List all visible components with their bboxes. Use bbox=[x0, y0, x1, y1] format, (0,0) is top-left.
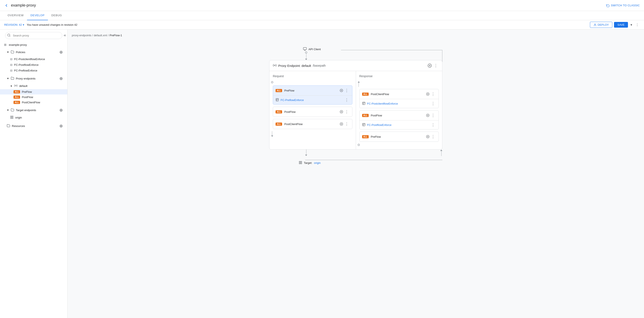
fc-preflowenforce-link[interactable]: FC-PreflowEnforce bbox=[280, 99, 304, 102]
more-options-button[interactable]: ⋮ bbox=[635, 22, 640, 28]
target-section: Target: origin bbox=[269, 161, 442, 165]
svg-rect-36 bbox=[362, 123, 365, 126]
flow-block-req-postclientflow-header: ALL PostClientFlow bbox=[273, 119, 352, 129]
v-line-segment bbox=[306, 54, 306, 59]
flow-block-req-postflow-header: ALL PostFlow bbox=[273, 107, 352, 117]
h-line-bottom bbox=[305, 160, 442, 160]
svg-rect-43 bbox=[301, 161, 302, 162]
sidebar-section-proxy-endpoints[interactable]: ▼ Proxy endpoints ⊕ bbox=[0, 74, 67, 83]
sidebar-item-preflow[interactable]: ALL PreFlow bbox=[0, 89, 67, 94]
flow-block-req-preflow-header: ALL PreFlow bbox=[273, 86, 352, 95]
tab-overview[interactable]: OVERVIEW bbox=[4, 11, 27, 20]
sidebar-item-fc-postclientflow[interactable]: ⊟ FC-PostclientflowEnforce bbox=[0, 56, 67, 62]
sidebar-section-resources[interactable]: Resources ⊕ bbox=[0, 122, 67, 130]
flow-block-res-postclientflow-header: ALL PostClientFlow bbox=[360, 89, 439, 99]
req-postclientflow-more-button[interactable]: ⋮ bbox=[344, 121, 350, 127]
sidebar-item-proxy[interactable]: ⊞ example-proxy bbox=[0, 41, 67, 48]
add-policy-to-res-postflow-button[interactable] bbox=[426, 113, 430, 118]
fc-preflow-more-button[interactable]: ⋮ bbox=[344, 97, 350, 103]
add-resource-button[interactable]: ⊕ bbox=[58, 123, 64, 129]
settings-icon bbox=[14, 84, 18, 88]
svg-rect-44 bbox=[301, 163, 302, 164]
add-proxy-endpoint-button[interactable]: ⊕ bbox=[58, 75, 64, 81]
target-endpoints-section-left: ▼ Target endpoints bbox=[7, 108, 36, 112]
all-badge-res-postclientflow: ALL bbox=[362, 93, 369, 96]
res-postclientflow-more-button[interactable]: ⋮ bbox=[430, 91, 436, 97]
sidebar-item-origin[interactable]: origin bbox=[0, 114, 67, 121]
req-postflow-title: PostFlow bbox=[284, 110, 296, 114]
policy-row-fc-postclientflow-left: FC-PostclientflowEnforce bbox=[362, 102, 398, 106]
res-preflow-more-button[interactable]: ⋮ bbox=[430, 134, 436, 139]
fc-postflow-more-button[interactable]: ⋮ bbox=[430, 122, 436, 128]
svg-rect-5 bbox=[12, 116, 13, 117]
arrow-down-req bbox=[271, 135, 273, 137]
flow-block-req-postflow-left: ALL PostFlow bbox=[276, 110, 296, 114]
arrow-up-res bbox=[358, 81, 360, 83]
add-policy-to-preflow-button[interactable] bbox=[339, 88, 344, 93]
sidebar-section-policies[interactable]: ▼ Policies ⊕ bbox=[0, 48, 67, 56]
bottom-left-connector bbox=[305, 150, 307, 156]
collapse-sidebar-button[interactable] bbox=[62, 33, 68, 39]
sidebar-item-fc-preflow[interactable]: ⊟ FC-PreflowEnforce bbox=[0, 68, 67, 73]
proxy-endpoint-header: Proxy Endpoint: default /basepath ⋮ bbox=[270, 60, 442, 71]
deploy-label: DEPLOY bbox=[598, 23, 609, 26]
svg-rect-8 bbox=[304, 47, 306, 50]
arrow-down-top bbox=[305, 59, 307, 60]
policy-row-fc-postflow: FC-PostflowEnforce ⋮ bbox=[360, 120, 439, 129]
request-top-dot bbox=[271, 81, 352, 83]
sidebar-section-target-endpoints[interactable]: ▼ Target endpoints ⊕ bbox=[0, 106, 67, 114]
add-flow-button[interactable] bbox=[427, 63, 432, 68]
flow-block-res-postflow-header: ALL PostFlow bbox=[360, 111, 439, 120]
all-badge-preflow: ALL bbox=[14, 90, 20, 93]
search-input[interactable] bbox=[5, 32, 62, 39]
policy-label-2: FC-PreflowEnforce bbox=[14, 69, 37, 72]
connector-dot-top bbox=[305, 51, 307, 54]
preflow-label: PreFlow bbox=[22, 90, 32, 93]
deploy-button[interactable]: DEPLOY bbox=[590, 22, 612, 28]
add-policy-to-postflow-button[interactable] bbox=[339, 110, 344, 114]
add-policy-button[interactable]: ⊕ bbox=[58, 49, 64, 55]
preflow-more-button[interactable]: ⋮ bbox=[344, 88, 350, 93]
revision-bar: REVISION: 42 ▾ You have unsaved changes … bbox=[0, 20, 644, 29]
svg-rect-45 bbox=[299, 163, 300, 164]
proxy-endpoint-box: Proxy Endpoint: default /basepath ⋮ bbox=[269, 60, 442, 150]
chevron-down-icon: ▼ bbox=[10, 85, 12, 87]
fc-postflowenforce-link[interactable]: FC-PostflowEnforce bbox=[367, 123, 392, 127]
tab-develop[interactable]: DEVELOP bbox=[27, 11, 48, 20]
add-target-endpoint-button[interactable]: ⊕ bbox=[58, 107, 64, 113]
request-bottom-arrow bbox=[271, 131, 352, 137]
v-line-bottom-left bbox=[306, 150, 306, 155]
add-policy-to-res-preflow-button[interactable] bbox=[426, 135, 430, 139]
all-badge-req-preflow: ALL bbox=[276, 89, 282, 92]
revision-badge[interactable]: REVISION: 42 ▾ bbox=[4, 23, 24, 26]
h-line-top bbox=[341, 50, 442, 50]
sidebar-section-default[interactable]: ▼ default bbox=[0, 83, 67, 89]
sidebar-item-postclientflow[interactable]: ALL PostClientFlow bbox=[0, 100, 67, 105]
sidebar-item-postflow[interactable]: ALL PostFlow bbox=[0, 94, 67, 100]
proxy-endpoint-actions: ⋮ bbox=[427, 63, 439, 68]
add-policy-to-req-postclientflow-button[interactable] bbox=[339, 122, 344, 126]
fc-postclientflowenforce-link[interactable]: FC-PostclientflowEnforce bbox=[367, 102, 398, 105]
fc-postclientflow-more-button[interactable]: ⋮ bbox=[430, 101, 436, 106]
postflow-more-button[interactable]: ⋮ bbox=[344, 109, 350, 115]
endpoint-more-button[interactable]: ⋮ bbox=[433, 63, 439, 68]
revision-bar-left: REVISION: 42 ▾ You have unsaved changes … bbox=[4, 23, 77, 26]
save-button[interactable]: SAVE bbox=[614, 22, 628, 28]
svg-point-3 bbox=[16, 85, 16, 86]
add-policy-to-res-postclientflow-button[interactable] bbox=[426, 92, 430, 96]
flow-block-req-preflow-actions: ⋮ bbox=[339, 88, 350, 93]
proxy-label: example-proxy bbox=[9, 43, 27, 46]
switch-classic-button[interactable]: SWITCH TO CLASSIC bbox=[606, 4, 640, 7]
save-dropdown-button[interactable]: ▾ bbox=[630, 22, 633, 28]
target-origin-link[interactable]: origin bbox=[314, 161, 321, 164]
flow-block-res-postflow: ALL PostFlow bbox=[359, 110, 439, 130]
tab-debug[interactable]: DEBUG bbox=[48, 11, 65, 20]
back-button[interactable] bbox=[4, 3, 8, 7]
grid-icon bbox=[10, 116, 14, 120]
svg-rect-4 bbox=[10, 116, 12, 117]
breadcrumb-part-1: default.xml bbox=[94, 34, 107, 37]
res-preflow-title: PreFlow bbox=[371, 135, 381, 138]
sidebar-item-fc-postflow[interactable]: ⊟ FC-PostflowEnforce bbox=[0, 62, 67, 68]
main-layout: ⊞ example-proxy ▼ Policies ⊕ ⊟ FC-Postcl… bbox=[0, 29, 644, 318]
res-postflow-more-button[interactable]: ⋮ bbox=[430, 113, 436, 118]
